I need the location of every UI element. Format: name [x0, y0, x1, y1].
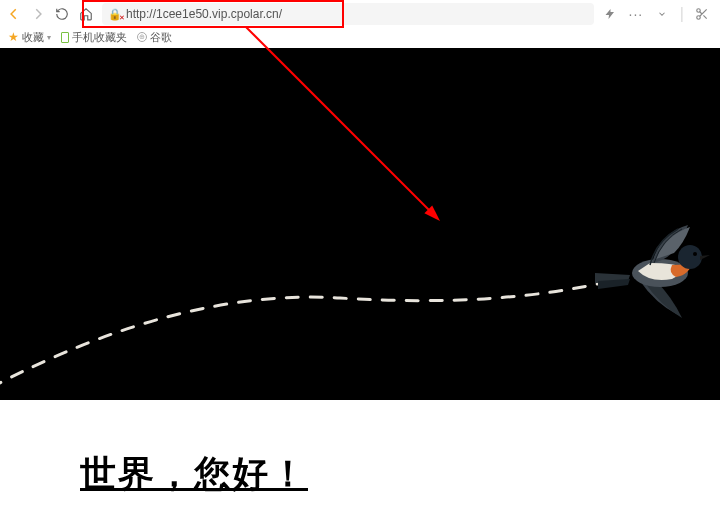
svg-point-6 — [693, 252, 697, 256]
favorites-label: 收藏 — [22, 30, 44, 45]
back-icon[interactable] — [6, 6, 22, 22]
phone-icon — [61, 32, 69, 43]
bolt-icon[interactable] — [602, 6, 618, 22]
forward-icon[interactable] — [30, 6, 46, 22]
hero-section — [0, 48, 720, 400]
svg-point-5 — [678, 245, 702, 269]
bookmark-mobile-label: 手机收藏夹 — [72, 30, 127, 45]
svg-point-0 — [697, 9, 701, 13]
favorites-button[interactable]: ★ 收藏 ▾ — [8, 30, 51, 45]
svg-point-1 — [697, 16, 701, 20]
home-icon[interactable] — [78, 6, 94, 22]
bookmark-google-label: 谷歌 — [150, 30, 172, 45]
bookmark-google[interactable]: ⊕ 谷歌 — [137, 30, 172, 45]
divider: | — [680, 5, 684, 23]
chevron-down-icon[interactable] — [654, 6, 670, 22]
page-heading[interactable]: 世界，您好！ — [80, 450, 720, 499]
bird-image — [590, 223, 710, 323]
address-bar[interactable]: 🔒 http://1cee1e50.vip.cpolar.cn/ — [102, 3, 594, 25]
reload-icon[interactable] — [54, 6, 70, 22]
url-text: http://1cee1e50.vip.cpolar.cn/ — [126, 7, 282, 21]
insecure-icon: 🔒 — [108, 8, 122, 21]
bookmarks-bar: ★ 收藏 ▾ 手机收藏夹 ⊕ 谷歌 — [0, 28, 720, 48]
bookmark-mobile[interactable]: 手机收藏夹 — [61, 30, 127, 45]
more-icon[interactable]: ··· — [628, 6, 644, 22]
browser-toolbar: 🔒 http://1cee1e50.vip.cpolar.cn/ ··· | — [0, 0, 720, 28]
star-icon: ★ — [8, 30, 19, 44]
globe-icon: ⊕ — [137, 32, 147, 42]
scissors-icon[interactable] — [694, 6, 710, 22]
toolbar-right: ··· | — [602, 5, 714, 23]
